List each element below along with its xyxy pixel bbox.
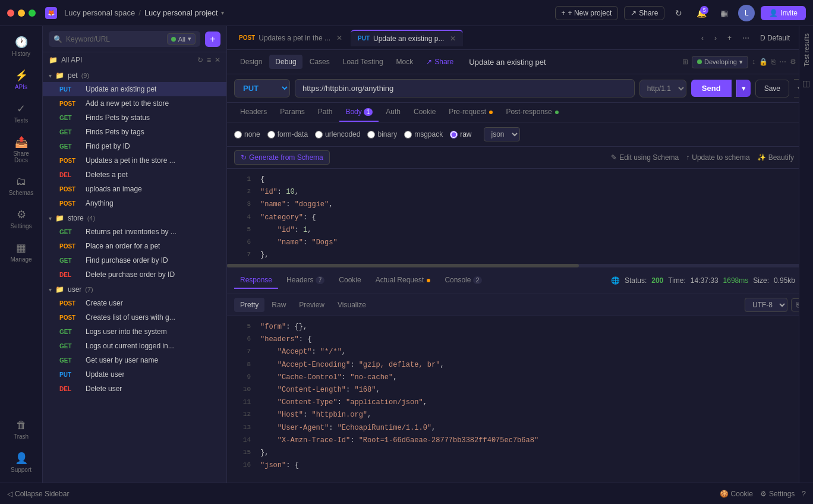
- sidebar-item-trash[interactable]: 🗑 Trash: [4, 414, 39, 445]
- layout-icon[interactable]: ▦: [716, 5, 732, 21]
- api-item-get-purchase-order[interactable]: GET Find purchase order by ID: [43, 253, 226, 267]
- settings-panel-icon[interactable]: ⚙: [790, 58, 796, 66]
- resp-format-preview[interactable]: Preview: [293, 298, 330, 312]
- sidebar-item-history[interactable]: 🕐 History: [4, 31, 39, 62]
- method-select[interactable]: PUT GET POST DELETE: [234, 79, 290, 97]
- req-tab-auth[interactable]: Auth: [380, 103, 406, 122]
- resp-tab-cookie[interactable]: Cookie: [333, 272, 367, 289]
- api-item-get-find-pet-id[interactable]: GET Find pet by ID: [43, 139, 226, 153]
- radio-msgpack[interactable]: msgpack: [404, 130, 443, 138]
- beautify-button[interactable]: ✨ Beautify: [757, 153, 794, 162]
- sidebar-item-schemas[interactable]: 🗂 Schemas: [4, 171, 39, 201]
- horizontal-scroll-thumb[interactable]: [227, 264, 579, 267]
- api-item-put-update-user[interactable]: PUT Update user: [43, 367, 226, 382]
- project-dropdown-icon[interactable]: ▾: [221, 10, 224, 16]
- api-item-post-place-order[interactable]: POST Place an order for a pet: [43, 239, 226, 253]
- tabs-menu-icon[interactable]: ⋯: [739, 33, 753, 43]
- sidebar-item-tests[interactable]: ✓ Tests: [4, 97, 39, 128]
- tab-post-updates-pet[interactable]: POST Updates a pet in the ... ✕: [232, 30, 349, 46]
- refresh-api-icon[interactable]: ↻: [197, 56, 203, 64]
- api-item-del-purchase-order[interactable]: DEL Delete purchase order by ID: [43, 267, 226, 282]
- req-tab-params[interactable]: Params: [274, 103, 310, 122]
- api-item-put-update-pet[interactable]: PUT Update an existing pet: [43, 82, 226, 96]
- filter-badge[interactable]: All ▾: [167, 33, 196, 45]
- url-input[interactable]: [295, 79, 635, 97]
- avatar[interactable]: L: [738, 5, 755, 21]
- api-item-post-create-list-users[interactable]: POST Creates list of users with g...: [43, 310, 226, 325]
- help-button[interactable]: ?: [802, 490, 806, 498]
- share-button[interactable]: ↗ Share: [624, 6, 664, 20]
- sidebar-item-support[interactable]: 👤 Support: [4, 447, 39, 478]
- sidebar-item-apis[interactable]: ⚡ APIs: [4, 64, 39, 95]
- send-dropdown-button[interactable]: ▾: [736, 80, 751, 97]
- tab-close-icon[interactable]: ✕: [336, 34, 342, 42]
- api-item-post-add-pet[interactable]: POST Add a new pet to the store: [43, 96, 226, 111]
- resp-tab-actual-request[interactable]: Actual Request: [370, 272, 437, 289]
- sort-icon[interactable]: ↕: [752, 58, 755, 66]
- sidebar-item-manage[interactable]: ▦ Manage: [4, 237, 39, 267]
- api-item-get-logout[interactable]: GET Logs out current logged in...: [43, 339, 226, 353]
- update-schema-button[interactable]: ↑ Update to schema: [686, 153, 749, 162]
- sidebar-item-share-docs[interactable]: 📤 Share Docs: [4, 131, 39, 168]
- settings-bottom-button[interactable]: ⚙ Settings: [760, 490, 795, 498]
- api-item-del-pet[interactable]: DEL Deletes a pet: [43, 168, 226, 182]
- ep-tab-mock[interactable]: Mock: [390, 55, 420, 69]
- ep-tab-load-testing[interactable]: Load Testing: [337, 55, 389, 69]
- more-icon[interactable]: ⋯: [779, 58, 786, 66]
- close-api-panel-icon[interactable]: ✕: [215, 56, 220, 64]
- group-header-store[interactable]: ▾ 📁 store (4): [43, 210, 226, 225]
- protocol-select[interactable]: http/1.1 http/2: [639, 80, 686, 97]
- ep-tab-cases[interactable]: Cases: [304, 55, 336, 69]
- copy-icon[interactable]: ⎘: [771, 58, 776, 66]
- collapse-sidebar-button[interactable]: ◁ Collapse Sidebar: [7, 490, 69, 498]
- generate-from-schema-button[interactable]: ↻ Generate from Schema: [234, 150, 330, 165]
- add-api-button[interactable]: +: [205, 32, 220, 47]
- new-project-button[interactable]: + + New project: [555, 6, 619, 20]
- close-window-btn[interactable]: [7, 10, 14, 17]
- api-item-get-user-by-name[interactable]: GET Get user by user name: [43, 353, 226, 367]
- edit-schema-button[interactable]: ✎ Edit using Schema: [611, 153, 679, 162]
- environment-selector[interactable]: Developing ▾: [692, 56, 748, 68]
- refresh-icon[interactable]: ↻: [670, 5, 687, 21]
- notification-icon[interactable]: 🔔 5: [693, 5, 710, 21]
- api-item-get-inventories[interactable]: GET Returns pet inventories by ...: [43, 225, 226, 239]
- group-header-pet[interactable]: ▾ 📁 pet (9): [43, 68, 226, 82]
- api-item-get-finds-status[interactable]: GET Finds Pets by status: [43, 111, 226, 125]
- invite-button[interactable]: 👤 Invite: [761, 6, 806, 20]
- resp-tab-console[interactable]: Console 2: [439, 272, 488, 289]
- resp-format-visualize[interactable]: Visualize: [332, 298, 372, 312]
- resp-tab-headers[interactable]: Headers 7: [281, 272, 330, 289]
- encoding-select[interactable]: UTF-8: [745, 298, 787, 312]
- cookie-button[interactable]: 🍪 Cookie: [720, 490, 753, 498]
- resp-tab-response[interactable]: Response: [234, 272, 278, 289]
- radio-form-data[interactable]: form-data: [267, 130, 308, 138]
- req-tab-pre-request[interactable]: Pre-request: [443, 103, 499, 122]
- req-tab-post-response[interactable]: Post-response: [500, 103, 565, 122]
- horizontal-scrollbar[interactable]: [227, 264, 813, 267]
- radio-urlencoded[interactable]: urlencoded: [315, 130, 360, 138]
- ep-tab-design[interactable]: Design: [234, 55, 268, 69]
- tabs-next-icon[interactable]: ›: [711, 33, 720, 43]
- maximize-window-btn[interactable]: [29, 10, 36, 17]
- search-input[interactable]: [66, 35, 163, 43]
- tab-close-icon[interactable]: ✕: [450, 34, 456, 43]
- req-tab-body[interactable]: Body1: [339, 103, 379, 122]
- send-button[interactable]: Send: [691, 80, 732, 97]
- response-code-viewer[interactable]: 5"form": {}, 6"headers": { 7 "Accept": "…: [227, 316, 813, 483]
- test-results-label[interactable]: Test results: [801, 26, 812, 74]
- api-item-get-logs-user[interactable]: GET Logs user into the system: [43, 325, 226, 339]
- body-format-select[interactable]: json xml text: [484, 127, 520, 141]
- req-tab-cookie[interactable]: Cookie: [408, 103, 442, 122]
- lock-icon[interactable]: 🔒: [759, 58, 768, 66]
- api-item-post-updates-store[interactable]: POST Updates a pet in the store ...: [43, 153, 226, 168]
- test-panel-icon[interactable]: ◫: [802, 78, 810, 88]
- api-item-del-user[interactable]: DEL Delete user: [43, 382, 226, 396]
- save-button[interactable]: Save: [755, 80, 789, 97]
- tabs-add-icon[interactable]: +: [724, 33, 735, 43]
- req-tab-headers[interactable]: Headers: [234, 103, 273, 122]
- resp-format-raw[interactable]: Raw: [266, 298, 292, 312]
- group-header-user[interactable]: ▾ 📁 user (7): [43, 282, 226, 296]
- sidebar-item-settings[interactable]: ⚙ Settings: [4, 203, 39, 234]
- radio-binary[interactable]: binary: [367, 130, 397, 138]
- radio-none[interactable]: none: [234, 130, 260, 138]
